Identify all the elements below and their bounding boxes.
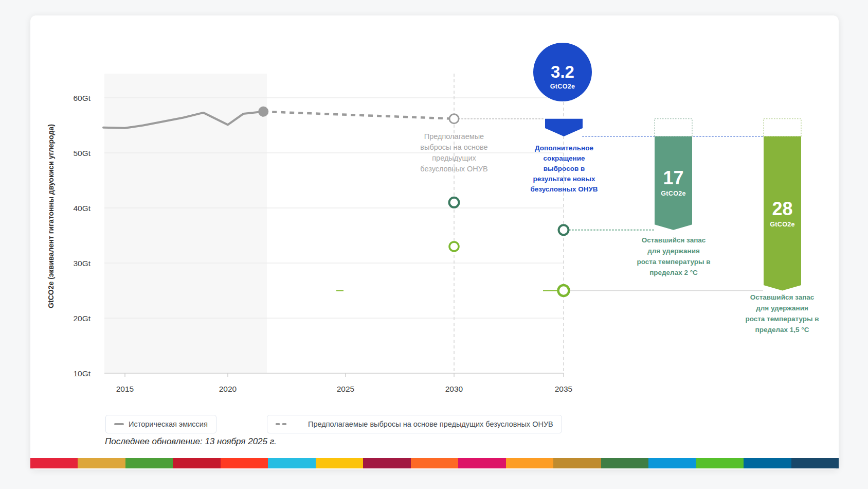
legend-item-projected[interactable]: Предполагаемые выбросы на основе предыду…	[267, 415, 562, 433]
legend-item-label: Историческая эмиссия	[129, 420, 208, 428]
sdg-segment-11	[506, 458, 553, 468]
sdg-segment-4	[173, 458, 220, 468]
legend-item-historical[interactable]: Историческая эмиссия	[105, 415, 216, 433]
sdg-segment-6	[268, 458, 315, 468]
last-updated-note: Последнее обновление: 13 ноября 2025 г.	[105, 436, 277, 447]
sdg-segment-9	[411, 458, 458, 468]
sdg-segment-12	[553, 458, 601, 468]
sdg-segment-10	[458, 458, 505, 468]
sdg-segment-7	[316, 458, 363, 468]
solid-line-icon	[114, 423, 124, 425]
sdg-segment-13	[601, 458, 648, 468]
sdg-segment-3	[125, 458, 173, 468]
sdg-segment-8	[363, 458, 410, 468]
dashed-line-icon	[276, 423, 286, 425]
sdg-segment-14	[648, 458, 696, 468]
sdg-segment-16	[744, 458, 791, 468]
sdg-segment-17	[791, 458, 839, 468]
sdg-segment-5	[221, 458, 268, 468]
sdg-segment-15	[696, 458, 744, 468]
sdg-segment-2	[78, 458, 125, 468]
chart-card	[30, 15, 839, 469]
legend-item-label: Предполагаемые выбросы на основе предыду…	[308, 420, 553, 428]
sdg-segment-1	[30, 458, 78, 468]
sdg-color-strip	[30, 458, 839, 468]
